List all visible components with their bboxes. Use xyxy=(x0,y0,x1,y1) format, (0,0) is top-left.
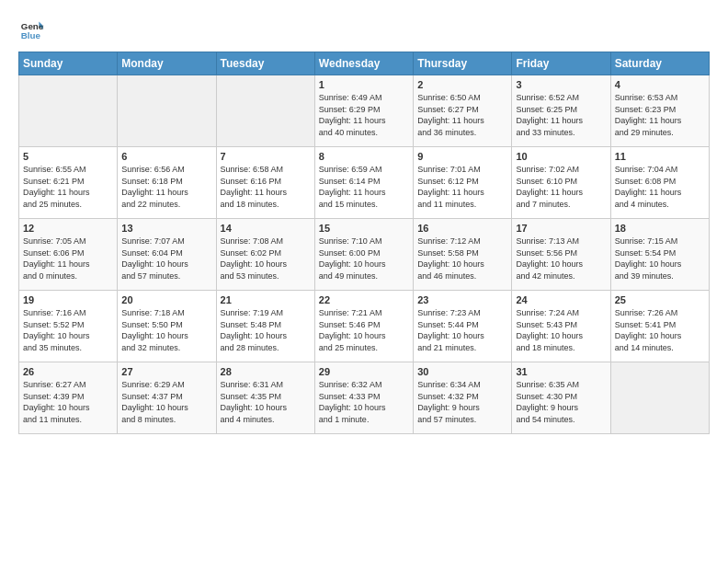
day-number: 9 xyxy=(417,151,507,162)
day-number: 16 xyxy=(417,223,507,234)
calendar-day: 26Sunrise: 6:27 AM Sunset: 4:39 PM Dayli… xyxy=(19,362,118,434)
logo: General Blue xyxy=(18,17,48,42)
day-info: Sunrise: 6:29 AM Sunset: 4:37 PM Dayligh… xyxy=(121,379,211,425)
calendar-day: 24Sunrise: 7:24 AM Sunset: 5:43 PM Dayli… xyxy=(512,291,610,362)
day-number: 11 xyxy=(615,151,705,162)
calendar-day: 10Sunrise: 7:02 AM Sunset: 6:10 PM Dayli… xyxy=(512,147,610,219)
day-info: Sunrise: 6:53 AM Sunset: 6:23 PM Dayligh… xyxy=(615,92,705,138)
day-number: 22 xyxy=(319,294,409,305)
calendar-day xyxy=(19,75,118,147)
logo-icon: General Blue xyxy=(18,17,44,42)
day-info: Sunrise: 6:32 AM Sunset: 4:33 PM Dayligh… xyxy=(319,379,409,425)
day-info: Sunrise: 7:10 AM Sunset: 6:00 PM Dayligh… xyxy=(319,236,409,282)
day-info: Sunrise: 7:05 AM Sunset: 6:06 PM Dayligh… xyxy=(23,236,113,282)
calendar-week-2: 5Sunrise: 6:55 AM Sunset: 6:21 PM Daylig… xyxy=(19,147,710,219)
col-header-wednesday: Wednesday xyxy=(314,52,413,75)
header: General Blue xyxy=(18,17,710,42)
calendar-day: 13Sunrise: 7:07 AM Sunset: 6:04 PM Dayli… xyxy=(118,219,216,291)
calendar-day: 25Sunrise: 7:26 AM Sunset: 5:41 PM Dayli… xyxy=(610,291,709,362)
day-info: Sunrise: 7:02 AM Sunset: 6:10 PM Dayligh… xyxy=(516,164,606,210)
day-number: 10 xyxy=(516,151,606,162)
calendar-day: 8Sunrise: 6:59 AM Sunset: 6:14 PM Daylig… xyxy=(314,147,413,219)
calendar-day: 19Sunrise: 7:16 AM Sunset: 5:52 PM Dayli… xyxy=(19,291,118,362)
day-number: 13 xyxy=(121,223,211,234)
day-info: Sunrise: 6:50 AM Sunset: 6:27 PM Dayligh… xyxy=(417,92,507,138)
calendar-week-1: 1Sunrise: 6:49 AM Sunset: 6:29 PM Daylig… xyxy=(19,75,710,147)
calendar-header-row: SundayMondayTuesdayWednesdayThursdayFrid… xyxy=(19,52,710,75)
day-number: 3 xyxy=(516,79,606,90)
day-number: 2 xyxy=(417,79,507,90)
day-info: Sunrise: 6:35 AM Sunset: 4:30 PM Dayligh… xyxy=(516,379,606,425)
col-header-monday: Monday xyxy=(118,52,216,75)
day-number: 29 xyxy=(319,366,409,377)
day-info: Sunrise: 6:52 AM Sunset: 6:25 PM Dayligh… xyxy=(516,92,606,138)
calendar-day: 27Sunrise: 6:29 AM Sunset: 4:37 PM Dayli… xyxy=(118,362,216,434)
day-number: 6 xyxy=(121,151,211,162)
day-info: Sunrise: 7:01 AM Sunset: 6:12 PM Dayligh… xyxy=(417,164,507,210)
calendar-week-4: 19Sunrise: 7:16 AM Sunset: 5:52 PM Dayli… xyxy=(19,291,710,362)
calendar-day: 9Sunrise: 7:01 AM Sunset: 6:12 PM Daylig… xyxy=(414,147,512,219)
day-number: 25 xyxy=(615,294,705,305)
day-number: 14 xyxy=(221,223,311,234)
calendar-day: 28Sunrise: 6:31 AM Sunset: 4:35 PM Dayli… xyxy=(216,362,314,434)
day-number: 26 xyxy=(23,366,113,377)
calendar-day: 7Sunrise: 6:58 AM Sunset: 6:16 PM Daylig… xyxy=(216,147,314,219)
calendar-day: 18Sunrise: 7:15 AM Sunset: 5:54 PM Dayli… xyxy=(610,219,709,291)
col-header-saturday: Saturday xyxy=(610,52,709,75)
col-header-thursday: Thursday xyxy=(414,52,512,75)
calendar-week-5: 26Sunrise: 6:27 AM Sunset: 4:39 PM Dayli… xyxy=(19,362,710,434)
calendar-day: 20Sunrise: 7:18 AM Sunset: 5:50 PM Dayli… xyxy=(118,291,216,362)
day-info: Sunrise: 7:13 AM Sunset: 5:56 PM Dayligh… xyxy=(516,236,606,282)
calendar-day: 1Sunrise: 6:49 AM Sunset: 6:29 PM Daylig… xyxy=(314,75,413,147)
day-info: Sunrise: 7:04 AM Sunset: 6:08 PM Dayligh… xyxy=(615,164,705,210)
calendar-day: 22Sunrise: 7:21 AM Sunset: 5:46 PM Dayli… xyxy=(314,291,413,362)
calendar-day: 23Sunrise: 7:23 AM Sunset: 5:44 PM Dayli… xyxy=(414,291,512,362)
day-number: 27 xyxy=(121,366,211,377)
day-number: 18 xyxy=(615,223,705,234)
day-number: 17 xyxy=(516,223,606,234)
day-number: 15 xyxy=(319,223,409,234)
day-info: Sunrise: 6:34 AM Sunset: 4:32 PM Dayligh… xyxy=(417,379,507,425)
calendar-day: 14Sunrise: 7:08 AM Sunset: 6:02 PM Dayli… xyxy=(216,219,314,291)
day-info: Sunrise: 7:07 AM Sunset: 6:04 PM Dayligh… xyxy=(121,236,211,282)
day-info: Sunrise: 6:56 AM Sunset: 6:18 PM Dayligh… xyxy=(121,164,211,210)
day-number: 20 xyxy=(121,294,211,305)
calendar-day: 29Sunrise: 6:32 AM Sunset: 4:33 PM Dayli… xyxy=(314,362,413,434)
day-info: Sunrise: 6:27 AM Sunset: 4:39 PM Dayligh… xyxy=(23,379,113,425)
calendar-day: 30Sunrise: 6:34 AM Sunset: 4:32 PM Dayli… xyxy=(414,362,512,434)
day-info: Sunrise: 7:23 AM Sunset: 5:44 PM Dayligh… xyxy=(417,307,507,353)
day-number: 19 xyxy=(23,294,113,305)
calendar-day: 17Sunrise: 7:13 AM Sunset: 5:56 PM Dayli… xyxy=(512,219,610,291)
day-info: Sunrise: 6:55 AM Sunset: 6:21 PM Dayligh… xyxy=(23,164,113,210)
day-number: 23 xyxy=(417,294,507,305)
day-info: Sunrise: 6:58 AM Sunset: 6:16 PM Dayligh… xyxy=(221,164,311,210)
day-number: 12 xyxy=(23,223,113,234)
calendar-day: 31Sunrise: 6:35 AM Sunset: 4:30 PM Dayli… xyxy=(512,362,610,434)
day-info: Sunrise: 7:15 AM Sunset: 5:54 PM Dayligh… xyxy=(615,236,705,282)
calendar-day: 11Sunrise: 7:04 AM Sunset: 6:08 PM Dayli… xyxy=(610,147,709,219)
calendar-day: 6Sunrise: 6:56 AM Sunset: 6:18 PM Daylig… xyxy=(118,147,216,219)
day-info: Sunrise: 6:59 AM Sunset: 6:14 PM Dayligh… xyxy=(319,164,409,210)
calendar-day: 2Sunrise: 6:50 AM Sunset: 6:27 PM Daylig… xyxy=(414,75,512,147)
calendar-day xyxy=(216,75,314,147)
calendar-week-3: 12Sunrise: 7:05 AM Sunset: 6:06 PM Dayli… xyxy=(19,219,710,291)
day-info: Sunrise: 6:49 AM Sunset: 6:29 PM Dayligh… xyxy=(319,92,409,138)
col-header-sunday: Sunday xyxy=(19,52,118,75)
day-number: 28 xyxy=(221,366,311,377)
day-number: 5 xyxy=(23,151,113,162)
calendar-day: 4Sunrise: 6:53 AM Sunset: 6:23 PM Daylig… xyxy=(610,75,709,147)
calendar-day: 16Sunrise: 7:12 AM Sunset: 5:58 PM Dayli… xyxy=(414,219,512,291)
day-number: 30 xyxy=(417,366,507,377)
page: General Blue SundayMondayTuesdayWednesda… xyxy=(0,0,728,563)
day-info: Sunrise: 7:12 AM Sunset: 5:58 PM Dayligh… xyxy=(417,236,507,282)
day-number: 24 xyxy=(516,294,606,305)
calendar-day: 3Sunrise: 6:52 AM Sunset: 6:25 PM Daylig… xyxy=(512,75,610,147)
day-number: 1 xyxy=(319,79,409,90)
day-info: Sunrise: 7:18 AM Sunset: 5:50 PM Dayligh… xyxy=(121,307,211,353)
day-info: Sunrise: 7:24 AM Sunset: 5:43 PM Dayligh… xyxy=(516,307,606,353)
day-number: 8 xyxy=(319,151,409,162)
day-info: Sunrise: 6:31 AM Sunset: 4:35 PM Dayligh… xyxy=(221,379,311,425)
day-info: Sunrise: 7:19 AM Sunset: 5:48 PM Dayligh… xyxy=(221,307,311,353)
day-number: 7 xyxy=(221,151,311,162)
day-info: Sunrise: 7:16 AM Sunset: 5:52 PM Dayligh… xyxy=(23,307,113,353)
